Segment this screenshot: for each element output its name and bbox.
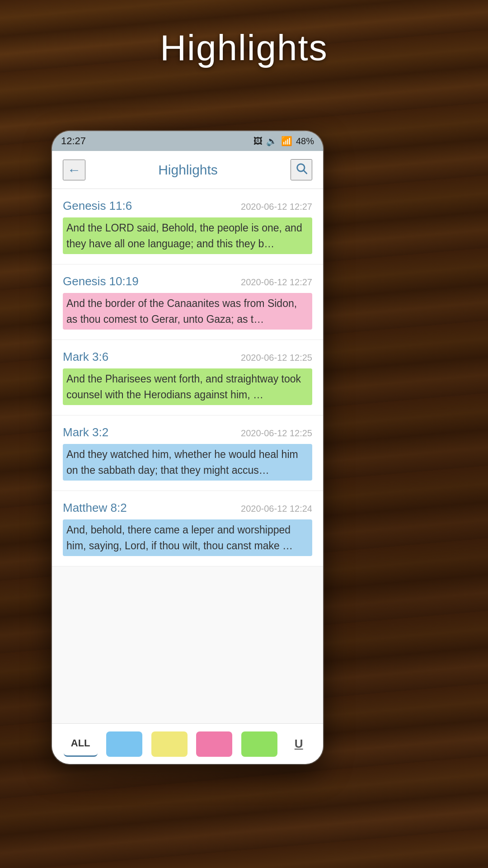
filter-blue-button[interactable] — [106, 731, 142, 757]
item-text: And they watched him, whether he would h… — [63, 444, 312, 481]
item-text: And the border of the Canaanites was fro… — [63, 293, 312, 330]
filter-pink-button[interactable] — [196, 731, 232, 757]
header-title: Highlights — [158, 162, 218, 178]
signal-icon: 📶 — [281, 136, 292, 146]
app-header: ← Highlights — [52, 151, 323, 189]
item-header: Mark 3:6 2020-06-12 12:25 — [63, 350, 312, 364]
highlight-item-mark-3-2[interactable]: Mark 3:2 2020-06-12 12:25 And they watch… — [52, 415, 323, 491]
highlight-item-matthew-8-2[interactable]: Matthew 8:2 2020-06-12 12:24 And, behold… — [52, 491, 323, 566]
back-button[interactable]: ← — [63, 160, 85, 180]
item-date: 2020-06-12 12:25 — [241, 353, 312, 363]
page-title: Highlights — [160, 28, 328, 68]
item-reference: Genesis 11:6 — [63, 199, 132, 213]
item-header: Mark 3:2 2020-06-12 12:25 — [63, 425, 312, 439]
bottom-filter-bar: ALL U — [52, 723, 323, 764]
filter-yellow-button[interactable] — [151, 731, 188, 757]
item-reference: Matthew 8:2 — [63, 501, 127, 515]
filter-green-button[interactable] — [241, 731, 277, 757]
item-text: And the LORD said, Behold, the people is… — [63, 217, 312, 254]
item-text: And the Pharisees went forth, and straig… — [63, 368, 312, 405]
item-date: 2020-06-12 12:27 — [241, 202, 312, 212]
svg-line-1 — [304, 170, 306, 173]
highlight-item-genesis-10-19[interactable]: Genesis 10:19 2020-06-12 12:27 And the b… — [52, 264, 323, 340]
item-header: Genesis 11:6 2020-06-12 12:27 — [63, 199, 312, 213]
item-reference: Mark 3:6 — [63, 350, 108, 364]
phone-frame: 12:27 🖼 🔊 📶 48% ← Highlights Genesis 11:… — [52, 131, 323, 764]
item-header: Matthew 8:2 2020-06-12 12:24 — [63, 501, 312, 515]
status-bar: 12:27 🖼 🔊 📶 48% — [52, 131, 323, 151]
filter-underline-button[interactable]: U — [286, 731, 311, 757]
status-time: 12:27 — [61, 135, 86, 147]
item-date: 2020-06-12 12:27 — [241, 277, 312, 288]
item-text: And, behold, there came a leper and wors… — [63, 519, 312, 556]
highlight-item-genesis-11-6[interactable]: Genesis 11:6 2020-06-12 12:27 And the LO… — [52, 189, 323, 264]
item-date: 2020-06-12 12:25 — [241, 428, 312, 439]
battery-indicator: 48% — [296, 136, 314, 146]
item-date: 2020-06-12 12:24 — [241, 504, 312, 514]
item-header: Genesis 10:19 2020-06-12 12:27 — [63, 274, 312, 288]
status-icons: 🖼 🔊 📶 48% — [253, 136, 314, 146]
bluetooth-icon: 🔊 — [266, 136, 277, 146]
page-title-area: Highlights — [0, 27, 488, 69]
highlight-item-mark-3-6[interactable]: Mark 3:6 2020-06-12 12:25 And the Pharis… — [52, 340, 323, 415]
photo-icon: 🖼 — [253, 136, 263, 146]
highlights-list: Genesis 11:6 2020-06-12 12:27 And the LO… — [52, 189, 323, 730]
filter-all-button[interactable]: ALL — [64, 731, 98, 757]
search-button[interactable] — [291, 159, 312, 180]
item-reference: Mark 3:2 — [63, 425, 108, 439]
item-reference: Genesis 10:19 — [63, 274, 139, 288]
